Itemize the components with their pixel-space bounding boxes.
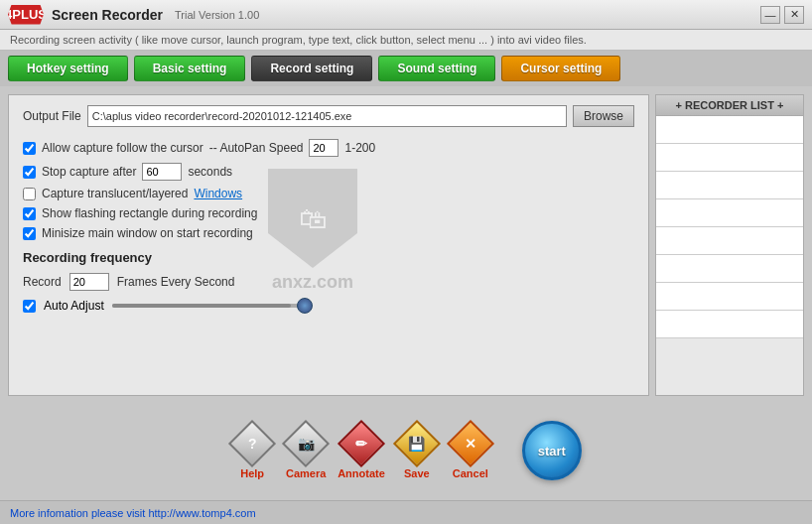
stop-capture-input[interactable] — [142, 163, 182, 181]
stop-capture-unit: seconds — [188, 165, 232, 179]
recorder-panel: + RECORDER LIST + — [655, 94, 804, 396]
output-file-input[interactable] — [87, 105, 567, 127]
camera-label: Camera — [286, 467, 326, 479]
allow-capture-label: Allow capture follow the cursor — [42, 141, 203, 155]
show-flashing-row: Show flashing rectangle during recording — [23, 206, 634, 220]
cancel-icon: ✕ — [465, 436, 476, 452]
recorder-list — [656, 116, 803, 395]
freq-title: Recording frequency — [23, 250, 634, 265]
minimize-button[interactable]: — — [760, 6, 780, 24]
window-controls: — ✕ — [760, 6, 804, 24]
help-button[interactable]: ? — [230, 422, 274, 465]
footer-text: More infomation please visit http://www.… — [10, 507, 256, 519]
list-item[interactable] — [656, 283, 803, 311]
stop-capture-checkbox[interactable] — [23, 166, 36, 179]
settings-panel: Output File Browse Allow capture follow … — [8, 94, 649, 396]
annotate-label: Annotate — [338, 467, 385, 479]
start-button[interactable]: start — [522, 421, 582, 480]
capture-translucent-label: Capture translucent/layered — [42, 187, 188, 200]
save-button[interactable]: 💾 — [395, 422, 439, 465]
list-item[interactable] — [656, 255, 803, 283]
info-bar: Recording screen activity ( like move cu… — [0, 30, 812, 51]
slider-fill — [112, 304, 291, 308]
annotate-button[interactable]: ✏ — [339, 422, 383, 465]
main-content: Output File Browse Allow capture follow … — [0, 86, 812, 404]
help-label: Help — [240, 467, 264, 479]
trial-version: Trial Version 1.00 — [175, 9, 259, 21]
capture-translucent-row: Capture translucent/layered Windows — [23, 187, 634, 200]
tab-basic-setting[interactable]: Basic setting — [134, 56, 246, 81]
show-flashing-checkbox[interactable] — [23, 207, 36, 220]
tab-hotkey-setting[interactable]: Hotkey setting — [8, 56, 128, 81]
capture-translucent-link[interactable]: Windows — [194, 187, 242, 200]
list-item[interactable] — [656, 199, 803, 227]
recorder-list-title: + RECORDER LIST + — [656, 95, 803, 116]
autopan-input[interactable] — [309, 139, 338, 157]
annotate-button-wrap: ✏ Annotate — [338, 422, 385, 479]
list-item[interactable] — [656, 227, 803, 255]
slider-row: Auto Adjust — [23, 299, 634, 313]
minimize-label: Minisize main window on start recording — [42, 226, 253, 240]
help-icon: ? — [248, 436, 257, 452]
camera-button[interactable]: 📷 — [284, 422, 328, 465]
slider-thumb[interactable] — [297, 298, 313, 314]
cancel-button[interactable]: ✕ — [449, 422, 492, 465]
record-value-input[interactable] — [69, 273, 109, 291]
annotate-icon: ✏ — [355, 436, 367, 452]
tab-record-setting[interactable]: Record setting — [251, 56, 372, 81]
logo: 4PLUS Screen Recorder Trial Version 1.00 — [8, 5, 259, 25]
footer: More infomation please visit http://www.… — [0, 500, 812, 524]
list-item[interactable] — [656, 172, 803, 199]
title-bar: 4PLUS Screen Recorder Trial Version 1.00… — [0, 0, 812, 30]
list-item[interactable] — [656, 144, 803, 172]
cancel-button-wrap: ✕ Cancel — [449, 422, 492, 479]
auto-adjust-checkbox[interactable] — [23, 300, 36, 313]
list-item[interactable] — [656, 116, 803, 144]
logo-icon: 4PLUS — [8, 5, 44, 25]
freq-row: Record Frames Every Second — [23, 273, 634, 291]
bottom-toolbar: ? Help 📷 Camera ✏ Annotate 💾 Save ✕ Canc… — [0, 413, 812, 488]
browse-button[interactable]: Browse — [573, 105, 634, 127]
close-button[interactable]: ✕ — [784, 6, 804, 24]
stop-capture-row: Stop capture after seconds — [23, 163, 634, 181]
output-file-row: Output File Browse — [23, 105, 634, 127]
save-label: Save — [404, 467, 430, 479]
camera-icon: 📷 — [298, 436, 315, 452]
allow-capture-checkbox[interactable] — [23, 142, 36, 155]
show-flashing-label: Show flashing rectangle during recording — [42, 206, 257, 220]
tab-cursor-setting[interactable]: Cursor setting — [501, 56, 620, 81]
autopan-label: -- AutoPan Speed — [209, 141, 304, 155]
auto-adjust-label: Auto Adjust — [44, 299, 104, 313]
save-icon: 💾 — [408, 436, 425, 452]
autopan-range: 1-200 — [344, 141, 375, 155]
output-file-label: Output File — [23, 109, 81, 123]
record-label: Record — [23, 275, 62, 289]
minimize-checkbox[interactable] — [23, 227, 36, 240]
minimize-row: Minisize main window on start recording — [23, 226, 634, 240]
save-button-wrap: 💾 Save — [395, 422, 439, 479]
frames-label: Frames Every Second — [117, 275, 235, 289]
list-item[interactable] — [656, 311, 803, 338]
capture-translucent-checkbox[interactable] — [23, 188, 36, 200]
allow-capture-row: Allow capture follow the cursor -- AutoP… — [23, 139, 634, 157]
freq-section: Recording frequency Record Frames Every … — [23, 250, 634, 313]
stop-capture-label: Stop capture after — [42, 165, 136, 179]
tab-sound-setting[interactable]: Sound setting — [378, 56, 495, 81]
help-button-wrap: ? Help — [230, 422, 274, 479]
camera-button-wrap: 📷 Camera — [284, 422, 328, 479]
app-title: Screen Recorder — [52, 7, 163, 23]
tab-bar: Hotkey setting Basic setting Record sett… — [0, 51, 812, 86]
cancel-label: Cancel — [453, 467, 488, 479]
slider-track[interactable] — [112, 304, 311, 308]
